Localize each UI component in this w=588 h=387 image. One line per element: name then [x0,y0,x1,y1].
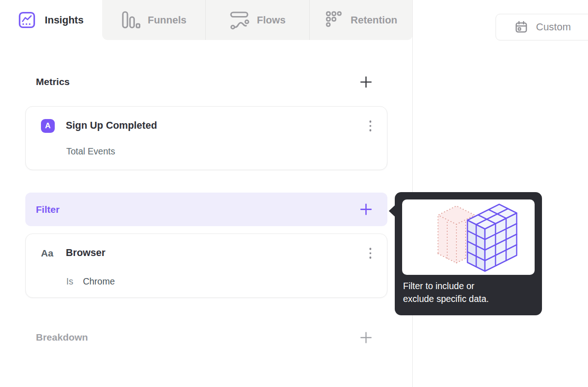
flows-wave-icon [229,11,249,30]
metric-card-header: A Sign Up Completed [41,119,373,133]
tab-flows[interactable]: Flows [205,0,309,40]
filter-value[interactable]: Chrome [83,276,115,287]
filter-clause: Is Chrome [66,276,115,287]
metric-event-name: Sign Up Completed [66,120,157,131]
plus-icon [360,204,372,215]
series-letter-badge: A [41,119,55,133]
filter-heading: Filter [36,204,59,215]
report-type-tabs: Insights Funnels Flows [0,0,413,40]
add-metric-button[interactable] [360,76,372,88]
tab-retention[interactable]: Retention [309,0,413,40]
breakdown-heading: Breakdown [36,332,88,343]
tab-insights[interactable]: Insights [0,0,102,40]
inactive-tabs-group: Funnels Flows [102,0,413,40]
add-breakdown-button[interactable] [360,331,372,343]
string-property-type-icon: Aa [41,248,57,259]
insights-chart-icon [18,11,35,28]
purple-grid-cube [467,205,517,272]
filter-section-header[interactable]: Filter [25,193,387,226]
plus-icon [360,332,372,343]
filter-help-tooltip: Filter to include or exclude specific da… [395,192,542,315]
breakdown-section-header: Breakdown [25,326,387,348]
metric-kebab-menu-icon[interactable] [368,119,374,133]
date-range-custom-button[interactable]: Custom [496,14,588,40]
calendar-icon [514,20,528,34]
filter-property-name: Browser [66,247,105,259]
plus-icon [360,76,372,88]
funnels-bars-icon [121,10,140,30]
tooltip-text: Filter to include or exclude specific da… [403,279,536,305]
retention-dots-icon [325,10,343,30]
metrics-section-header: Metrics [25,72,387,92]
filter-operator[interactable]: Is [66,276,73,287]
metric-measurement[interactable]: Total Events [66,146,115,157]
tab-retention-label: Retention [351,14,397,26]
filter-card[interactable]: Aa Browser Is Chrome [25,233,387,298]
tab-insights-label: Insights [45,14,83,26]
tab-funnels[interactable]: Funnels [102,0,205,40]
date-range-label: Custom [536,21,571,33]
filter-kebab-menu-icon[interactable] [368,246,374,261]
tooltip-arrow [389,205,395,217]
add-filter-button[interactable] [360,204,372,216]
tab-funnels-label: Funnels [148,14,186,26]
filter-card-header: Aa Browser [41,246,373,261]
tab-flows-label: Flows [257,14,285,26]
metric-card[interactable]: A Sign Up Completed Total Events [25,106,387,170]
metrics-heading: Metrics [36,76,70,87]
filter-cube-illustration [402,199,535,275]
